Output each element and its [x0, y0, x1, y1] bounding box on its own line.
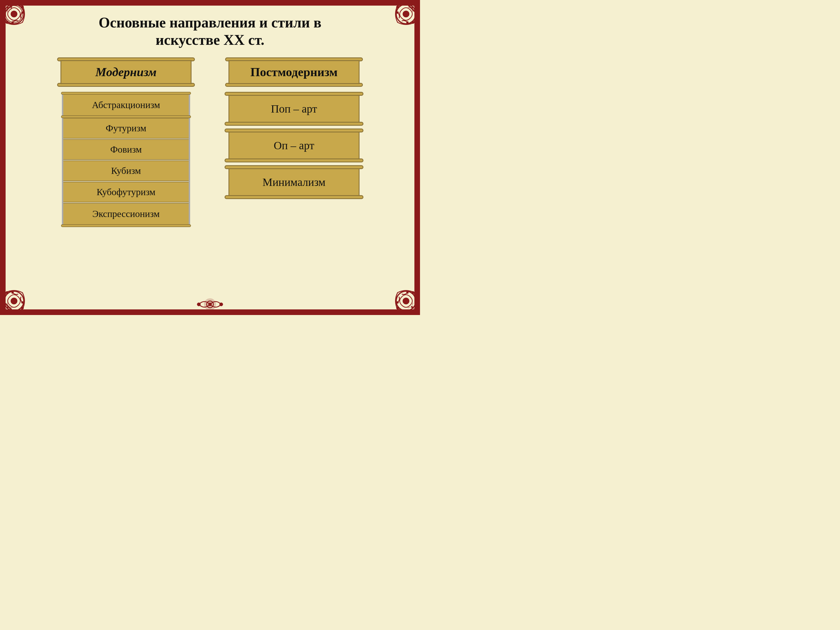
left-item-cubofuturism: Кубофутуризм	[63, 182, 189, 202]
corner-ornament-tl	[0, 0, 56, 56]
right-item-op-art: Оп – арт	[229, 131, 360, 159]
svg-point-17	[21, 301, 24, 303]
svg-point-14	[6, 291, 8, 294]
svg-point-22	[396, 306, 399, 309]
svg-point-16	[21, 306, 24, 309]
corner-ornament-br	[364, 259, 420, 315]
bottom-center-ornament	[193, 296, 227, 313]
svg-point-4	[21, 6, 24, 8]
right-item-pop-art: Поп – арт	[229, 95, 360, 123]
item-text: Оп – арт	[229, 131, 360, 159]
columns-container: Модернизм Абстракционизм Футуризм Фовизм…	[20, 60, 400, 225]
svg-point-23	[396, 301, 399, 303]
modernism-header-text: Модернизм	[95, 65, 156, 79]
svg-point-2	[6, 21, 8, 24]
svg-point-15	[11, 292, 14, 294]
left-item-abstractionism: Абстракционизм	[63, 94, 189, 116]
svg-point-19	[403, 298, 409, 304]
left-column: Модернизм Абстракционизм Футуризм Фовизм…	[53, 60, 199, 225]
left-items-list: Абстракционизм Футуризм Фовизм Кубизм Ку…	[62, 94, 190, 225]
item-text: Абстракционизм	[63, 94, 189, 116]
svg-point-20	[412, 291, 414, 294]
item-text: Поп – арт	[229, 95, 360, 123]
svg-point-28	[220, 303, 223, 306]
postmodernism-header-text: Постмодернизм	[250, 65, 337, 79]
left-item-expressionism: Экспрессионизм	[63, 203, 189, 225]
corner-ornament-bl	[0, 259, 56, 315]
left-item-futurism: Футуризм	[63, 118, 189, 139]
svg-point-13	[11, 298, 17, 304]
right-item-minimalism: Минимализм	[229, 168, 360, 196]
svg-point-9	[406, 21, 409, 24]
left-item-fauvism: Фовизм	[63, 139, 189, 160]
corner-ornament-tr	[364, 0, 420, 56]
svg-point-7	[403, 11, 409, 17]
svg-point-27	[197, 303, 200, 306]
svg-point-10	[396, 6, 399, 8]
postmodernism-header: Постмодернизм	[229, 60, 360, 84]
page-title: Основные направления и стили в искусстве…	[99, 14, 321, 49]
main-content: Основные направления и стили в искусстве…	[8, 8, 412, 306]
modernism-header: Модернизм	[60, 60, 191, 84]
right-items-list: Поп – арт Оп – арт Минимализм	[229, 95, 360, 196]
postmodernism-header-wrapper: Постмодернизм	[229, 60, 360, 84]
svg-point-1	[11, 11, 17, 17]
svg-point-11	[396, 11, 399, 14]
left-item-cubism: Кубизм	[63, 160, 189, 181]
item-text: Минимализм	[229, 168, 360, 196]
svg-point-8	[412, 21, 414, 24]
item-text: Экспрессионизм	[63, 203, 189, 225]
modernism-header-wrapper: Модернизм	[60, 60, 191, 84]
svg-point-21	[406, 292, 409, 294]
right-column: Постмодернизм Поп – арт Оп – арт	[221, 60, 367, 196]
